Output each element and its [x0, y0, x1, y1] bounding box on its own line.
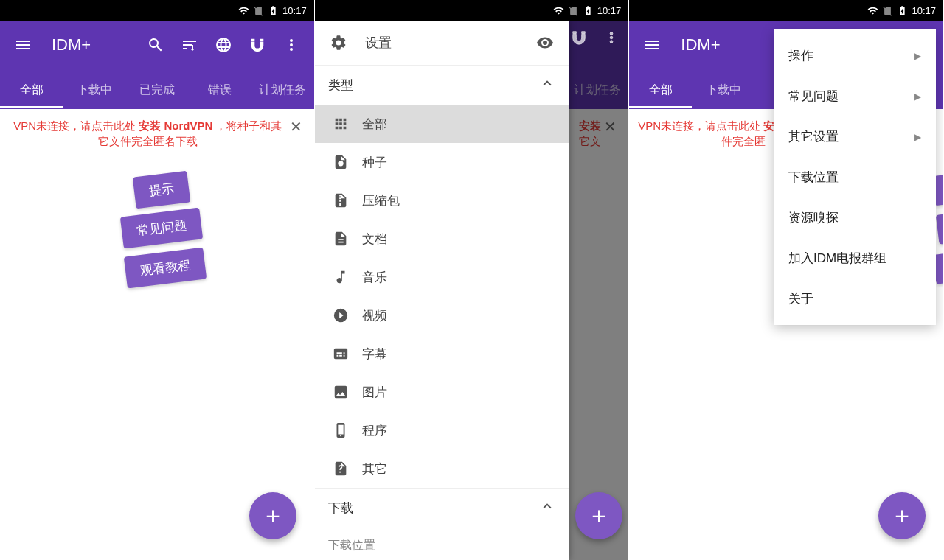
- magnet-button[interactable]: [243, 31, 271, 59]
- tab-all[interactable]: 全部: [0, 71, 63, 108]
- visibility-icon[interactable]: [535, 34, 555, 52]
- cat-video[interactable]: 视频: [315, 296, 569, 335]
- plus-icon: ＋: [261, 500, 285, 532]
- chevron-up-icon: [539, 498, 555, 518]
- menu-telegram[interactable]: 加入IDM电报群组: [774, 238, 936, 279]
- drawer-header: 设置: [315, 21, 569, 65]
- image-icon: [337, 5, 348, 16]
- menu-about[interactable]: 关于: [774, 279, 936, 319]
- section-type[interactable]: 类型: [315, 65, 569, 105]
- close-icon[interactable]: ✕: [287, 118, 305, 136]
- warning-icon: [7, 5, 18, 16]
- tip-chip[interactable]: 提示: [133, 171, 191, 209]
- subtitle-icon: [333, 346, 359, 362]
- status-time: 10:17: [912, 5, 936, 16]
- magnet-icon[interactable]: [571, 29, 587, 46]
- cat-torrent[interactable]: 种子: [315, 143, 569, 181]
- wifi-icon: [238, 5, 249, 16]
- tab-all[interactable]: 全部: [629, 71, 692, 108]
- menu-button[interactable]: [638, 31, 666, 59]
- image-icon: [651, 5, 662, 16]
- tutorial-chip[interactable]: 观看教程: [124, 248, 206, 289]
- menu-download-location[interactable]: 下载位置: [774, 157, 936, 197]
- tab-scheduled[interactable]: 计划任务: [251, 71, 314, 108]
- browser-button[interactable]: [209, 31, 237, 59]
- faq-chip[interactable]: 常见问题: [120, 208, 203, 249]
- tab-downloading[interactable]: 下载中: [63, 71, 125, 108]
- nosim-icon: [568, 5, 579, 16]
- unknown-icon: [333, 461, 359, 477]
- chevron-right-icon: ▶: [914, 91, 921, 102]
- overflow-icon[interactable]: [603, 29, 620, 46]
- menu-other-settings[interactable]: 其它设置▶: [774, 116, 936, 157]
- picture-icon: [333, 384, 359, 400]
- cat-music[interactable]: 音乐: [315, 258, 569, 296]
- cat-other[interactable]: 其它: [315, 449, 569, 488]
- add-download-fab[interactable]: ＋: [575, 492, 622, 539]
- search-button[interactable]: [142, 31, 170, 59]
- obscured-actions: [571, 29, 620, 46]
- nav-drawer: 设置 类型 全部 种子 压缩包 文档 音乐 视频 字幕 图片 程序 其它 下载 …: [315, 21, 569, 560]
- music-icon: [333, 269, 359, 285]
- nosim-icon: [253, 5, 264, 16]
- chevron-right-icon: ▶: [914, 132, 921, 142]
- cat-archive[interactable]: 压缩包: [315, 181, 569, 220]
- plus-icon: ＋: [587, 500, 611, 532]
- wifi-icon: [867, 5, 878, 16]
- tab-finished[interactable]: 已完成: [125, 71, 188, 108]
- screen-overflow: 10:17 IDM+ 全部 下载中 VPN未连接，请点击此处 安装 件完全匿 操…: [629, 0, 944, 560]
- battery-icon: [897, 5, 908, 16]
- sort-button[interactable]: [176, 31, 204, 59]
- vpn-banner-text: VPN未连接，请点击此处 安装 NordVPN ，将种子和其它文件完全匿名下载: [9, 118, 287, 149]
- grid-icon: [333, 116, 359, 132]
- cat-image[interactable]: 图片: [315, 373, 569, 411]
- add-download-fab[interactable]: ＋: [249, 492, 296, 539]
- video-icon: [333, 307, 359, 323]
- app-title: IDM+: [681, 35, 720, 55]
- chevron-right-icon: ▶: [914, 51, 921, 61]
- wifi-icon: [553, 5, 564, 16]
- hint-chips: 提示 常见问题 观看教程: [0, 158, 314, 305]
- app-title: IDM+: [52, 35, 91, 55]
- plus-icon: ＋: [890, 500, 914, 532]
- menu-sniffer[interactable]: 资源嗅探: [774, 197, 936, 238]
- menu-button[interactable]: [9, 31, 37, 59]
- download-location-item[interactable]: 下载位置: [315, 528, 569, 560]
- torrent-icon: [333, 154, 359, 170]
- archive-icon: [333, 192, 359, 209]
- cat-document[interactable]: 文档: [315, 220, 569, 258]
- status-time: 10:17: [597, 5, 622, 16]
- status-bar: 10:17: [315, 0, 629, 21]
- tab-downloading[interactable]: 下载中: [692, 71, 754, 108]
- status-bar: 10:17: [0, 0, 314, 21]
- battery-icon: [583, 5, 594, 16]
- menu-faq[interactable]: 常见问题▶: [774, 76, 936, 116]
- tab-error[interactable]: 错误: [188, 71, 251, 108]
- battery-icon: [268, 5, 279, 16]
- cat-subtitle[interactable]: 字幕: [315, 335, 569, 373]
- cat-program[interactable]: 程序: [315, 411, 569, 449]
- doc-icon: [333, 231, 359, 247]
- phone-icon: [333, 422, 359, 438]
- app-bar: IDM+: [0, 21, 314, 69]
- vpn-banner[interactable]: VPN未连接，请点击此处 安装 NordVPN ，将种子和其它文件完全匿名下载 …: [0, 109, 314, 158]
- cat-all[interactable]: 全部: [315, 105, 569, 143]
- screen-main: 10:17 IDM+ 全部 下载中 已完成 错误 计划任务 VPN未连接，请点击…: [0, 0, 315, 560]
- overflow-menu: 操作▶ 常见问题▶ 其它设置▶ 下载位置 资源嗅探 加入IDM电报群组 关于: [774, 29, 936, 325]
- drawer-title: 设置: [365, 34, 392, 52]
- add-download-fab[interactable]: ＋: [878, 492, 926, 539]
- nosim-icon: [882, 5, 893, 16]
- warning-icon: [636, 5, 648, 16]
- tab-bar: 全部 下载中 已完成 错误 计划任务: [0, 69, 314, 109]
- warning-icon: [322, 5, 333, 16]
- overflow-button[interactable]: [277, 31, 305, 59]
- screen-drawer: 10:17 计划任务 安装它文 ✕ 设置 类型 全部 种子 压缩包 文档 音乐 …: [315, 0, 630, 560]
- faq-chip[interactable]: [936, 209, 943, 244]
- status-time: 10:17: [282, 5, 307, 16]
- status-bar: 10:17: [629, 0, 943, 21]
- gear-icon[interactable]: [328, 34, 349, 52]
- section-download[interactable]: 下载: [315, 488, 569, 528]
- chevron-up-icon: [539, 75, 555, 95]
- menu-action[interactable]: 操作▶: [774, 35, 936, 76]
